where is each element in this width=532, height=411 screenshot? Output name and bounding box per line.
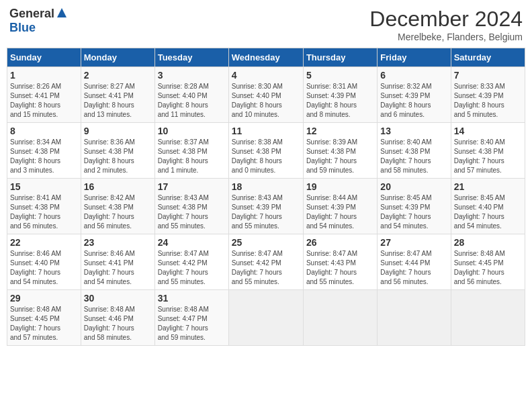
calendar-cell: 28Sunrise: 8:48 AMSunset: 4:45 PMDayligh… (451, 234, 525, 290)
day-info: Sunrise: 8:48 AMSunset: 4:47 PMDaylight:… (158, 305, 226, 342)
logo-general: General (9, 7, 54, 21)
day-number: 9 (84, 126, 152, 136)
day-info: Sunrise: 8:27 AMSunset: 4:41 PMDaylight:… (84, 82, 152, 120)
location-title: Merelbeke, Flanders, Belgium (369, 32, 523, 42)
day-info: Sunrise: 8:38 AMSunset: 4:38 PMDaylight:… (232, 138, 300, 175)
calendar-cell: 26Sunrise: 8:47 AMSunset: 4:43 PMDayligh… (303, 234, 377, 290)
day-number: 26 (306, 237, 374, 248)
day-number: 21 (454, 181, 522, 192)
day-info: Sunrise: 8:34 AMSunset: 4:38 PMDaylight:… (10, 138, 78, 175)
calendar-cell: 29Sunrise: 8:48 AMSunset: 4:45 PMDayligh… (7, 290, 81, 346)
calendar-cell: 24Sunrise: 8:47 AMSunset: 4:42 PMDayligh… (154, 234, 228, 290)
day-info: Sunrise: 8:28 AMSunset: 4:40 PMDaylight:… (158, 82, 226, 120)
calendar-cell: 8Sunrise: 8:34 AMSunset: 4:38 PMDaylight… (7, 123, 81, 179)
day-number: 14 (454, 126, 522, 136)
calendar-cell: 2Sunrise: 8:27 AMSunset: 4:41 PMDaylight… (81, 67, 154, 123)
day-number: 10 (158, 126, 226, 136)
day-number: 12 (306, 126, 374, 136)
day-number: 30 (84, 293, 152, 304)
calendar-cell: 23Sunrise: 8:46 AMSunset: 4:41 PMDayligh… (81, 234, 154, 290)
calendar-cell (451, 290, 525, 346)
day-number: 23 (84, 237, 152, 248)
day-number: 1 (10, 70, 78, 81)
logo-blue: Blue (9, 21, 36, 34)
calendar-cell: 30Sunrise: 8:48 AMSunset: 4:46 PMDayligh… (81, 290, 154, 346)
calendar-cell: 5Sunrise: 8:31 AMSunset: 4:39 PMDaylight… (303, 67, 377, 123)
day-number: 27 (380, 237, 447, 248)
day-info: Sunrise: 8:47 AMSunset: 4:43 PMDaylight:… (306, 249, 374, 287)
day-info: Sunrise: 8:26 AMSunset: 4:41 PMDaylight:… (10, 82, 78, 120)
day-info: Sunrise: 8:48 AMSunset: 4:45 PMDaylight:… (10, 305, 78, 342)
calendar-cell: 18Sunrise: 8:43 AMSunset: 4:39 PMDayligh… (228, 179, 303, 234)
calendar-cell: 3Sunrise: 8:28 AMSunset: 4:40 PMDaylight… (154, 67, 228, 123)
day-info: Sunrise: 8:33 AMSunset: 4:39 PMDaylight:… (454, 82, 522, 120)
calendar-week-row: 15Sunrise: 8:41 AMSunset: 4:38 PMDayligh… (7, 179, 525, 234)
calendar-cell: 7Sunrise: 8:33 AMSunset: 4:39 PMDaylight… (451, 67, 525, 123)
day-number: 6 (380, 70, 447, 81)
day-info: Sunrise: 8:46 AMSunset: 4:41 PMDaylight:… (84, 249, 152, 287)
calendar: Sunday Monday Tuesday Wednesday Thursday… (7, 48, 525, 346)
day-number: 19 (306, 181, 374, 192)
day-info: Sunrise: 8:41 AMSunset: 4:38 PMDaylight:… (10, 193, 78, 231)
day-info: Sunrise: 8:32 AMSunset: 4:39 PMDaylight:… (380, 82, 447, 120)
day-number: 31 (158, 293, 226, 304)
svg-marker-0 (57, 8, 66, 17)
calendar-week-row: 22Sunrise: 8:46 AMSunset: 4:40 PMDayligh… (7, 234, 525, 290)
month-title: December 2024 (369, 7, 523, 32)
calendar-cell: 6Sunrise: 8:32 AMSunset: 4:39 PMDaylight… (378, 67, 451, 123)
day-info: Sunrise: 8:40 AMSunset: 4:38 PMDaylight:… (380, 138, 447, 175)
day-info: Sunrise: 8:45 AMSunset: 4:39 PMDaylight:… (380, 193, 447, 231)
calendar-cell: 16Sunrise: 8:42 AMSunset: 4:38 PMDayligh… (81, 179, 154, 234)
calendar-cell: 11Sunrise: 8:38 AMSunset: 4:38 PMDayligh… (228, 123, 303, 179)
day-number: 24 (158, 237, 226, 248)
col-thursday: Thursday (303, 48, 377, 67)
day-info: Sunrise: 8:48 AMSunset: 4:46 PMDaylight:… (84, 305, 152, 342)
day-info: Sunrise: 8:43 AMSunset: 4:38 PMDaylight:… (158, 193, 226, 231)
day-info: Sunrise: 8:47 AMSunset: 4:42 PMDaylight:… (158, 249, 226, 287)
day-number: 8 (10, 126, 78, 136)
day-info: Sunrise: 8:42 AMSunset: 4:38 PMDaylight:… (84, 193, 152, 231)
title-area: December 2024 Merelbeke, Flanders, Belgi… (369, 7, 523, 42)
col-wednesday: Wednesday (228, 48, 303, 67)
col-monday: Monday (81, 48, 154, 67)
calendar-cell: 1Sunrise: 8:26 AMSunset: 4:41 PMDaylight… (7, 67, 81, 123)
calendar-cell: 14Sunrise: 8:40 AMSunset: 4:38 PMDayligh… (451, 123, 525, 179)
day-number: 13 (380, 126, 447, 136)
calendar-cell (378, 290, 451, 346)
day-info: Sunrise: 8:37 AMSunset: 4:38 PMDaylight:… (158, 138, 226, 175)
day-number: 18 (232, 181, 300, 192)
logo: General Blue (9, 7, 68, 35)
calendar-cell: 19Sunrise: 8:44 AMSunset: 4:39 PMDayligh… (303, 179, 377, 234)
calendar-week-row: 29Sunrise: 8:48 AMSunset: 4:45 PMDayligh… (7, 290, 525, 346)
calendar-cell (228, 290, 303, 346)
day-info: Sunrise: 8:47 AMSunset: 4:44 PMDaylight:… (380, 249, 447, 287)
day-number: 3 (158, 70, 226, 81)
day-info: Sunrise: 8:48 AMSunset: 4:45 PMDaylight:… (454, 249, 522, 287)
calendar-cell: 17Sunrise: 8:43 AMSunset: 4:38 PMDayligh… (154, 179, 228, 234)
header: General Blue December 2024 Merelbeke, Fl… (7, 7, 525, 42)
day-info: Sunrise: 8:44 AMSunset: 4:39 PMDaylight:… (306, 193, 374, 231)
day-info: Sunrise: 8:47 AMSunset: 4:42 PMDaylight:… (232, 249, 300, 287)
calendar-cell: 9Sunrise: 8:36 AMSunset: 4:38 PMDaylight… (81, 123, 154, 179)
day-number: 20 (380, 181, 447, 192)
col-tuesday: Tuesday (154, 48, 228, 67)
calendar-cell: 31Sunrise: 8:48 AMSunset: 4:47 PMDayligh… (154, 290, 228, 346)
calendar-cell: 15Sunrise: 8:41 AMSunset: 4:38 PMDayligh… (7, 179, 81, 234)
calendar-cell: 25Sunrise: 8:47 AMSunset: 4:42 PMDayligh… (228, 234, 303, 290)
day-number: 2 (84, 70, 152, 81)
calendar-cell (303, 290, 377, 346)
calendar-cell: 21Sunrise: 8:45 AMSunset: 4:40 PMDayligh… (451, 179, 525, 234)
day-number: 22 (10, 237, 78, 248)
calendar-cell: 10Sunrise: 8:37 AMSunset: 4:38 PMDayligh… (154, 123, 228, 179)
day-number: 29 (10, 293, 78, 304)
day-info: Sunrise: 8:45 AMSunset: 4:40 PMDaylight:… (454, 193, 522, 231)
day-number: 7 (454, 70, 522, 81)
calendar-cell: 27Sunrise: 8:47 AMSunset: 4:44 PMDayligh… (378, 234, 451, 290)
day-number: 11 (232, 126, 300, 136)
day-info: Sunrise: 8:43 AMSunset: 4:39 PMDaylight:… (232, 193, 300, 231)
col-friday: Friday (378, 48, 451, 67)
logo-triangle-icon (56, 7, 68, 19)
day-info: Sunrise: 8:40 AMSunset: 4:38 PMDaylight:… (454, 138, 522, 175)
day-info: Sunrise: 8:46 AMSunset: 4:40 PMDaylight:… (10, 249, 78, 287)
day-number: 28 (454, 237, 522, 248)
